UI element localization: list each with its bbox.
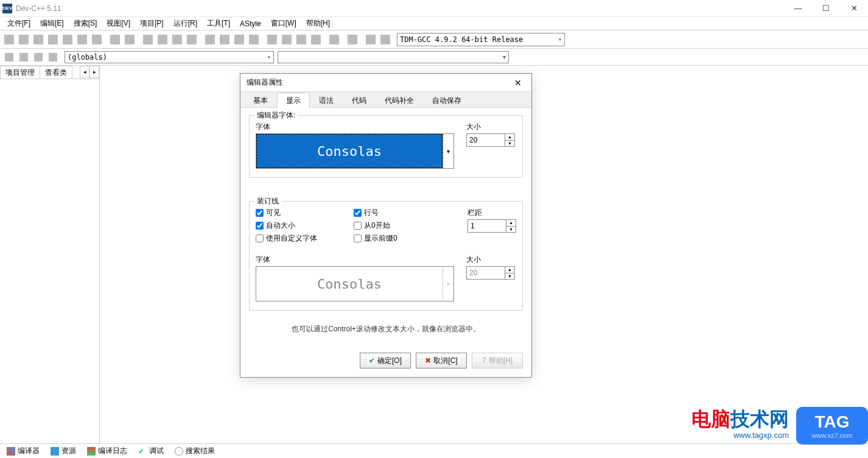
compiler-select[interactable]: TDM-GCC 4.9.2 64-bit Release ▾ [397,33,565,46]
nav-fwd-icon[interactable] [17,51,30,64]
menu-view[interactable]: 视图[V] [102,17,135,30]
goto-icon[interactable] [185,33,198,46]
editor-properties-dialog: 编辑器属性 ✕ 基本 显示 语法 代码 代码补全 自动保存 编辑器字体: 字体 … [240,73,532,378]
spinner-up-icon[interactable]: ▲ [505,134,514,141]
checkbox-from-zero[interactable]: 从0开始 [354,220,397,231]
minimize-button[interactable]: — [784,0,812,17]
tab-code[interactable]: 代码 [343,93,376,108]
tab-debug[interactable]: ✔调试 [134,444,168,458]
rebuild-icon[interactable] [247,33,261,46]
tab-compile-log[interactable]: 编译日志 [83,444,131,458]
spinner-down-icon[interactable]: ▼ [506,227,516,233]
checkbox-visible[interactable]: 可见 [256,208,317,218]
tab-project-manager[interactable]: 项目管理 [0,66,40,79]
redo-icon[interactable] [123,33,136,46]
new-file-icon[interactable] [2,33,16,46]
tab-completion[interactable]: 代码补全 [376,93,423,108]
menu-tools[interactable]: 工具[T] [202,17,235,30]
font-select-value: Consolas [256,134,443,168]
goto-line-icon[interactable] [46,51,60,64]
debug-icon[interactable] [265,33,279,46]
save-icon[interactable] [32,33,45,46]
tab-basic[interactable]: 基本 [244,93,277,108]
menu-help[interactable]: 帮助[H] [301,17,335,30]
replace-icon[interactable] [156,33,169,46]
run-icon[interactable] [218,33,231,46]
menu-edit[interactable]: 编辑[E] [35,17,69,30]
delete-icon[interactable] [346,33,359,46]
check-icon: ✔ [369,356,375,365]
spinner-down-icon: ▼ [505,273,514,280]
editor-font-fieldset: 编辑器字体: 字体 Consolas ▾ 大小 ▲ ▼ [249,115,523,178]
gutter-font-value: Consolas [256,267,443,301]
menu-bar: 文件[F] 编辑[E] 搜索[S] 视图[V] 项目[P] 运行[R] 工具[T… [0,17,868,30]
compile-icon[interactable] [203,33,217,46]
save-all-icon[interactable] [46,33,60,46]
compile-run-icon[interactable] [233,33,246,46]
spinner-up-icon[interactable]: ▲ [506,220,516,227]
options1-icon[interactable] [364,33,377,46]
margin-input[interactable] [468,220,506,232]
close-file-icon[interactable] [75,33,89,46]
checkbox-show-prefix[interactable]: 显示前缀0 [354,233,397,244]
options2-icon[interactable] [379,33,392,46]
print-icon[interactable] [90,33,103,46]
gutter-size-input [467,267,505,279]
ok-button[interactable]: ✔确定[O] [360,353,411,368]
compiler-select-value: TDM-GCC 4.9.2 64-bit Release [400,35,523,44]
maximize-button[interactable]: ☐ [812,0,840,17]
undo-icon[interactable] [108,33,122,46]
find-next-icon[interactable] [170,33,184,46]
find-icon[interactable] [141,33,155,46]
close-button[interactable]: ✕ [840,0,868,17]
checkbox-custom-font[interactable]: 使用自定义字体 [256,233,317,244]
tab-search-results[interactable]: 搜索结果 [170,444,219,458]
tab-display[interactable]: 显示 [277,93,310,108]
nav-back-icon[interactable] [2,51,16,64]
menu-project[interactable]: 项目[P] [135,17,169,30]
chevron-down-icon[interactable]: ▾ [443,134,453,168]
menu-astyle[interactable]: AStyle [235,18,266,29]
chevron-down-icon: ▾ [503,54,506,60]
tab-autosave[interactable]: 自动保存 [423,93,471,108]
menu-run[interactable]: 运行[R] [169,17,202,30]
menu-file[interactable]: 文件[F] [2,17,35,30]
checkbox-auto-size[interactable]: 自动大小 [256,220,317,231]
dialog-close-button[interactable]: ✕ [511,76,525,90]
dialog-titlebar[interactable]: 编辑器属性 ✕ [240,74,531,92]
margin-spinner[interactable]: ▲ ▼ [467,219,516,233]
tab-nav-left-icon[interactable]: ◂ [80,66,89,78]
spinner-down-icon[interactable]: ▼ [505,141,514,147]
dialog-body: 编辑器字体: 字体 Consolas ▾ 大小 ▲ ▼ [240,108,531,353]
open-file-icon[interactable] [17,33,30,46]
menu-search[interactable]: 搜索[S] [69,17,102,30]
check-icon[interactable] [327,33,341,46]
toolbar-secondary: (globals) ▾ ▾ [0,49,868,66]
help-button[interactable]: ?帮助[H] [472,353,523,368]
cross-icon: ✖ [425,356,431,365]
font-size-spinner[interactable]: ▲ ▼ [466,133,515,147]
tab-class-view[interactable]: 查看类 [40,66,72,79]
bookmark-icon[interactable] [32,51,45,64]
tab-compiler[interactable]: 编译器 [2,444,44,458]
gutter-fieldset: 装订线 可见 自动大小 使用自定义字体 行号 从0开始 显示前缀0 栏距 [249,201,523,311]
member-select[interactable]: ▾ [278,51,509,63]
profile2-icon[interactable] [309,33,323,46]
save-as-icon[interactable] [61,33,74,46]
resource-icon [51,447,59,456]
dialog-buttons: ✔确定[O] ✖取消[C] ?帮助[H] [240,353,531,377]
stop-icon[interactable] [280,33,293,46]
tab-nav-right-icon[interactable]: ▸ [89,66,99,78]
cancel-button[interactable]: ✖取消[C] [416,353,467,368]
font-size-input[interactable] [467,134,505,146]
toolbar-main: TDM-GCC 4.9.2 64-bit Release ▾ [0,30,868,49]
menu-window[interactable]: 窗口[W] [266,17,301,30]
tab-resource[interactable]: 资源 [46,444,80,458]
gutter-size-spinner: ▲ ▼ [466,266,515,280]
checkbox-line-no[interactable]: 行号 [354,208,397,218]
font-select[interactable]: Consolas ▾ [256,133,454,169]
tab-syntax[interactable]: 语法 [310,93,343,108]
profile-icon[interactable] [295,33,308,46]
scope-select[interactable]: (globals) ▾ [65,51,274,63]
chevron-down-icon: ▾ [558,36,562,43]
